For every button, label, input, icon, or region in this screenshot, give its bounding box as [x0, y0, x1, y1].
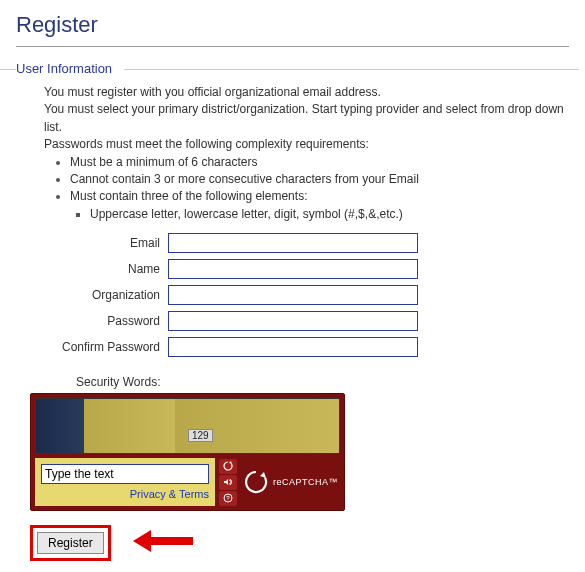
help-icon[interactable]: ? [219, 491, 237, 506]
instr-req-3: Must contain three of the following elem… [70, 189, 307, 203]
confirm-password-label: Confirm Password [16, 340, 168, 354]
password-label: Password [16, 314, 168, 328]
instr-req-3a: Uppercase letter, lowercase letter, digi… [90, 207, 403, 221]
section-label: User Information [16, 61, 569, 76]
email-field[interactable] [168, 233, 418, 253]
name-field[interactable] [168, 259, 418, 279]
instr-line-3: Passwords must meet the following comple… [44, 136, 569, 153]
instr-line-1: You must register with you official orga… [44, 84, 569, 101]
instr-line-2: You must select your primary district/or… [44, 101, 569, 136]
confirm-password-field[interactable] [168, 337, 418, 357]
captcha-input-area: Privacy & Terms [35, 458, 215, 506]
email-label: Email [16, 236, 168, 250]
register-button[interactable]: Register [37, 532, 104, 554]
captcha-image-text: 129 [188, 429, 213, 442]
register-highlight-box: Register [30, 525, 111, 561]
captcha-image: 129 [35, 398, 340, 454]
recaptcha-logo-text: reCAPTCHA™ [273, 477, 338, 487]
instr-req-2: Cannot contain 3 or more consecutive cha… [70, 172, 419, 186]
name-label: Name [16, 262, 168, 276]
security-words-label: Security Words: [76, 375, 569, 389]
captcha-input[interactable] [41, 464, 209, 484]
captcha-widget: 129 Privacy & Terms ? [30, 393, 345, 511]
refresh-icon[interactable] [219, 459, 237, 474]
svg-rect-2 [151, 537, 193, 545]
recaptcha-icon [243, 469, 269, 495]
captcha-privacy-link[interactable]: Privacy & Terms [41, 488, 209, 500]
recaptcha-logo: reCAPTCHA™ [243, 458, 338, 506]
audio-icon[interactable] [219, 475, 237, 490]
instructions-block: You must register with you official orga… [44, 84, 569, 223]
svg-text:?: ? [226, 495, 230, 501]
password-field[interactable] [168, 311, 418, 331]
instr-req-1: Must be a minimum of 6 characters [70, 155, 257, 169]
organization-label: Organization [16, 288, 168, 302]
organization-field[interactable] [168, 285, 418, 305]
arrow-icon [133, 530, 193, 556]
page-title: Register [16, 12, 569, 47]
